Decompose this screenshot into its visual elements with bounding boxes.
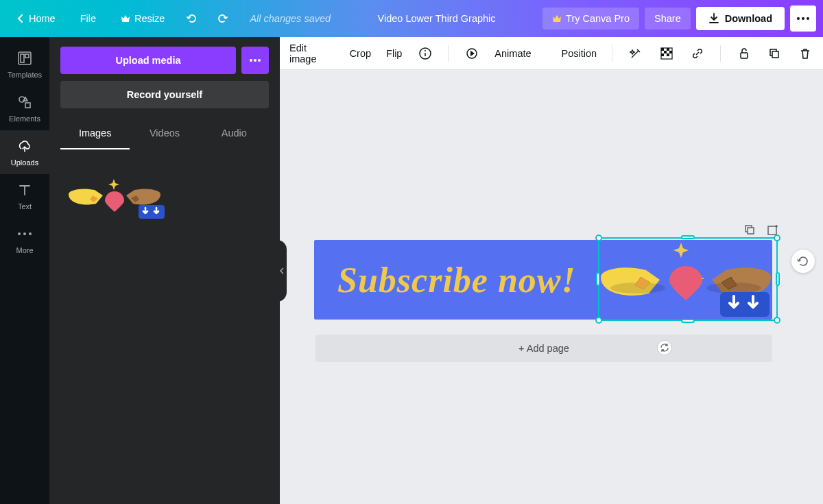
more-menu-button[interactable] [790,5,816,32]
divider [448,45,449,62]
resize-handle-se[interactable] [774,317,780,324]
svg-rect-5 [25,54,29,58]
svg-rect-21 [664,51,667,53]
duplicate-button[interactable] [767,45,783,62]
main-layout: Templates Elements Uploads Text More [0,37,823,504]
svg-point-0 [797,17,800,20]
svg-point-10 [29,232,32,235]
svg-rect-30 [768,226,776,235]
rotate-button[interactable] [791,250,815,273]
upload-media-button[interactable]: Upload media [60,47,236,74]
info-icon [418,47,432,60]
svg-point-11 [250,59,252,62]
rotate-icon [797,255,809,267]
divider [612,45,612,62]
file-menu[interactable]: File [71,8,106,29]
home-label: Home [29,13,56,24]
svg-point-12 [254,59,257,62]
resize-button[interactable]: Resize [111,8,174,29]
lock-button[interactable] [736,45,752,62]
canvas-area: Edit image Crop Flip Animate Position [280,37,823,504]
rail-uploads[interactable]: Uploads [0,130,49,174]
svg-rect-27 [772,51,778,58]
link-button[interactable] [689,45,705,62]
resize-handle-ne[interactable] [774,235,780,241]
resize-handle-n[interactable] [681,235,695,239]
svg-point-9 [23,232,26,235]
delete-button[interactable] [798,45,813,62]
svg-point-16 [425,50,426,51]
rail-elements[interactable]: Elements [0,86,49,130]
templates-icon [16,50,33,67]
crop-button[interactable]: Crop [350,48,371,59]
undo-icon [186,12,198,25]
download-button[interactable]: Download [696,7,785,30]
svg-point-2 [807,17,809,20]
animate-button[interactable]: Animate [494,48,531,59]
svg-rect-20 [667,48,669,51]
home-button[interactable]: Home [7,8,65,29]
wand-icon [629,47,643,60]
dots-horizontal-icon [797,17,809,20]
svg-rect-14 [139,205,165,219]
selection-box[interactable] [598,237,778,321]
animate-icon [465,47,479,60]
tab-audio[interactable]: Audio [200,121,269,149]
upload-thumbnail[interactable] [62,169,167,224]
context-toolbar: Edit image Crop Flip Animate Position [280,37,823,70]
transparency-icon [660,47,673,60]
add-page-bar[interactable]: + Add page [315,335,772,362]
transparency-button[interactable] [658,45,674,62]
resize-handle-e[interactable] [776,272,780,286]
document-title[interactable]: Video Lower Third Graphic [378,13,496,24]
share-button[interactable]: Share [645,8,691,29]
resize-handle-s[interactable] [681,319,695,323]
trash-icon [799,47,811,60]
svg-rect-25 [741,53,748,58]
animate-icon-button[interactable] [464,45,479,62]
tab-images[interactable]: Images [60,121,130,149]
redo-button[interactable] [210,6,235,31]
resize-handle-sw[interactable] [595,317,602,324]
copy-icon [743,224,756,236]
flip-button[interactable]: Flip [386,48,402,59]
uploads-icon [16,138,33,154]
svg-rect-19 [661,48,664,51]
crown-icon [121,14,130,23]
dots-horizontal-icon [16,226,33,242]
stage[interactable]: Subscribe now! [280,70,823,504]
svg-rect-29 [748,228,754,234]
lock-icon [738,47,750,60]
position-button[interactable]: Position [562,48,597,59]
rail-templates[interactable]: Templates [0,43,49,86]
try-pro-button[interactable]: Try Canva Pro [542,8,639,29]
canvas-text[interactable]: Subscribe now! [337,260,576,300]
app-header: Home File Resize All changes saved Video… [0,0,823,37]
left-rail: Templates Elements Uploads Text More [0,37,49,504]
sync-indicator[interactable] [657,340,672,355]
tab-videos[interactable]: Videos [130,121,199,149]
resize-handle-nw[interactable] [595,235,602,241]
sync-icon [660,343,669,352]
upload-options-button[interactable] [241,47,269,74]
undo-button[interactable] [180,6,204,31]
edit-image-button[interactable]: Edit image [289,43,335,64]
svg-rect-22 [669,51,672,53]
chevron-left-icon [16,14,25,23]
svg-rect-7 [25,103,30,108]
upload-tabs: Images Videos Audio [60,121,269,149]
svg-point-13 [258,59,261,62]
save-status: All changes saved [250,13,331,24]
record-yourself-button[interactable]: Record yourself [60,81,269,108]
effects-button[interactable] [628,45,643,62]
svg-rect-23 [661,53,664,56]
resize-handle-w[interactable] [596,272,600,286]
text-icon [16,182,33,198]
duplicate-page-button[interactable] [743,224,757,237]
rail-more[interactable]: More [0,218,49,262]
info-button[interactable] [417,45,433,62]
svg-point-1 [802,17,804,20]
redo-icon [216,12,228,25]
svg-rect-24 [667,53,669,56]
rail-text[interactable]: Text [0,174,49,218]
